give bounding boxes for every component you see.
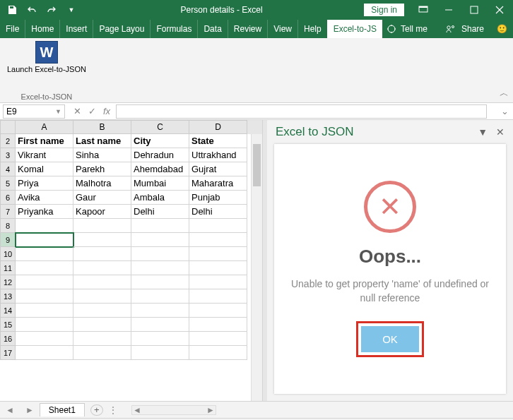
row-header[interactable]: 4 xyxy=(0,162,16,176)
col-header-d[interactable]: D xyxy=(189,120,247,134)
cell[interactable] xyxy=(131,247,189,261)
cell[interactable] xyxy=(131,233,189,247)
cell[interactable] xyxy=(73,289,131,304)
row-header[interactable]: 7 xyxy=(0,205,16,219)
pane-close-icon[interactable]: ✕ xyxy=(496,126,505,138)
cell[interactable] xyxy=(73,304,131,318)
collapse-ribbon-icon[interactable]: ︿ xyxy=(500,87,509,100)
cell[interactable]: Delhi xyxy=(131,205,189,219)
cell[interactable]: Malhotra xyxy=(73,176,131,191)
row-header[interactable]: 2 xyxy=(0,134,16,148)
sheet-nav-prev-icon[interactable]: ◄ xyxy=(0,405,20,415)
cell[interactable] xyxy=(189,332,247,346)
cell[interactable]: Parekh xyxy=(73,162,131,176)
cell[interactable] xyxy=(16,304,73,318)
close-icon[interactable] xyxy=(490,2,509,18)
row-header[interactable]: 14 xyxy=(0,304,16,318)
sign-in-button[interactable]: Sign in xyxy=(364,4,404,16)
cell[interactable] xyxy=(73,275,131,289)
cell[interactable] xyxy=(131,289,189,304)
cancel-formula-icon[interactable]: ✕ xyxy=(73,106,81,116)
cell[interactable]: Last name xyxy=(73,134,131,148)
cell[interactable]: Gujrat xyxy=(189,162,247,176)
sheet-tab-sheet1[interactable]: Sheet1 xyxy=(40,403,85,416)
cell[interactable] xyxy=(189,261,247,275)
row-header[interactable]: 3 xyxy=(0,148,16,162)
cell[interactable]: Avika xyxy=(16,191,73,205)
tab-home[interactable]: Home xyxy=(25,20,59,38)
cell[interactable] xyxy=(131,332,189,346)
cell[interactable] xyxy=(189,346,247,360)
customize-qat-icon[interactable]: ▼ xyxy=(64,2,79,18)
horizontal-scrollbar[interactable]: ◄► xyxy=(131,405,216,415)
row-header[interactable]: 16 xyxy=(0,332,16,346)
undo-icon[interactable] xyxy=(24,2,40,18)
cell[interactable] xyxy=(189,275,247,289)
cell[interactable]: Priyanka xyxy=(16,205,73,219)
cell[interactable]: Delhi xyxy=(189,205,247,219)
new-sheet-icon[interactable]: + xyxy=(90,404,103,416)
save-icon[interactable] xyxy=(4,2,20,18)
row-header[interactable]: 13 xyxy=(0,289,16,304)
cell[interactable] xyxy=(73,346,131,360)
row-header[interactable]: 15 xyxy=(0,318,16,332)
cell[interactable]: Gaur xyxy=(73,191,131,205)
share-icon[interactable] xyxy=(446,24,456,34)
name-box[interactable]: E9 ▼ xyxy=(3,104,65,119)
col-header-b[interactable]: B xyxy=(73,120,131,134)
emoji-icon[interactable]: 🙂 xyxy=(497,24,507,34)
cell[interactable]: Ahemdabad xyxy=(131,162,189,176)
cell[interactable] xyxy=(73,332,131,346)
cell[interactable] xyxy=(73,318,131,332)
cell[interactable] xyxy=(131,275,189,289)
cell[interactable] xyxy=(16,318,73,332)
row-header[interactable]: 12 xyxy=(0,275,16,289)
tab-page-layout[interactable]: Page Layou xyxy=(93,20,150,38)
cell[interactable] xyxy=(189,289,247,304)
select-all-corner[interactable] xyxy=(0,120,16,134)
cell[interactable] xyxy=(16,219,73,233)
vertical-scrollbar[interactable] xyxy=(251,134,262,401)
tab-review[interactable]: Review xyxy=(228,20,267,38)
cell[interactable] xyxy=(16,346,73,360)
tab-insert[interactable]: Insert xyxy=(59,20,93,38)
tell-me-icon[interactable] xyxy=(382,20,401,38)
name-box-chevron-icon[interactable]: ▼ xyxy=(55,108,61,115)
fx-icon[interactable]: fx xyxy=(103,106,110,116)
cell[interactable] xyxy=(73,233,131,247)
tab-file[interactable]: File xyxy=(0,20,25,38)
grid[interactable]: 2First nameLast nameCityState3VikrantSin… xyxy=(0,134,262,401)
cell[interactable] xyxy=(131,261,189,275)
minimize-icon[interactable] xyxy=(440,2,458,18)
row-header[interactable]: 6 xyxy=(0,191,16,205)
cell[interactable]: Maharatra xyxy=(189,176,247,191)
cell[interactable] xyxy=(131,318,189,332)
cell[interactable] xyxy=(189,219,247,233)
cell[interactable]: Uttrakhand xyxy=(189,148,247,162)
col-header-c[interactable]: C xyxy=(131,120,189,134)
cell[interactable]: Ambala xyxy=(131,191,189,205)
tab-data[interactable]: Data xyxy=(197,20,227,38)
share-label[interactable]: Share xyxy=(461,24,484,34)
cell[interactable] xyxy=(16,261,73,275)
redo-icon[interactable] xyxy=(44,2,59,18)
launch-excel-to-json-button[interactable]: W Launch Excel-to-JSON xyxy=(7,41,86,73)
tab-formulas[interactable]: Formulas xyxy=(150,20,197,38)
cell[interactable] xyxy=(189,304,247,318)
row-header[interactable]: 8 xyxy=(0,219,16,233)
cell[interactable]: Mumbai xyxy=(131,176,189,191)
cell[interactable]: City xyxy=(131,134,189,148)
tab-view[interactable]: View xyxy=(267,20,297,38)
cell[interactable] xyxy=(16,275,73,289)
cell[interactable]: Kapoor xyxy=(73,205,131,219)
cell[interactable] xyxy=(189,318,247,332)
cell[interactable]: Priya xyxy=(16,176,73,191)
cell[interactable] xyxy=(16,247,73,261)
ok-button[interactable]: OK xyxy=(361,326,419,352)
cell[interactable]: State xyxy=(189,134,247,148)
cell[interactable] xyxy=(73,261,131,275)
cell[interactable] xyxy=(189,233,247,247)
col-header-a[interactable]: A xyxy=(16,120,73,134)
cell[interactable]: First name xyxy=(16,134,73,148)
tab-excel-to-json[interactable]: Excel-to-JS xyxy=(327,20,382,38)
